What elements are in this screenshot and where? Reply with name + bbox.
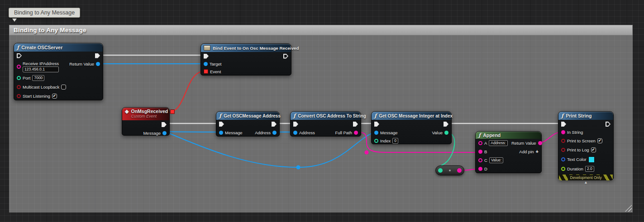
node-header[interactable]: ƒ Append (476, 132, 541, 139)
add-pin-icon[interactable]: + (536, 149, 539, 154)
wire-message-to-getaddr[interactable] (165, 132, 221, 132)
node-convert-osc-address[interactable]: ƒ Convert OSC Address To String Address … (290, 111, 361, 137)
node-title: Create OSCServer (21, 45, 62, 50)
start-listening-pin[interactable] (17, 94, 21, 98)
index-field[interactable]: 0 (392, 138, 398, 144)
node-header[interactable]: ƒ Get OSC Message Integer at Index (372, 112, 451, 120)
node-bind-event[interactable]: Bind Event to On Osc Message Received Ta… (200, 43, 291, 76)
node-header[interactable]: Bind Event to On Osc Message Received (201, 44, 291, 52)
exec-out-pin[interactable] (283, 54, 288, 59)
index-pin[interactable] (374, 139, 378, 143)
development-only-banner: Development Only (559, 175, 613, 180)
pin-label: Target (210, 61, 221, 66)
collapse-arrow-icon[interactable]: ▲ (584, 181, 588, 184)
pin-label: Port (23, 76, 30, 80)
pin-label: Multicast Loopback (23, 85, 59, 90)
message-out-pin[interactable] (162, 131, 167, 135)
exec-in-pin[interactable] (374, 122, 379, 127)
pin-label: Event (210, 69, 221, 74)
node-get-oscmessage-address[interactable]: ƒ Get OSCMessage Address Message Address (216, 111, 280, 137)
node-title: Print String (566, 113, 592, 118)
delegate-out-pin[interactable] (170, 109, 175, 114)
append-b-pin[interactable] (478, 150, 482, 154)
text-color-swatch[interactable] (588, 156, 595, 163)
receive-ipaddress-pin[interactable] (17, 65, 21, 69)
function-icon: ƒ (561, 113, 563, 118)
exec-in-pin[interactable] (17, 53, 22, 58)
node-onmsgreceived[interactable]: ◈ OnMsgReceived Custom Event Message (122, 107, 170, 136)
exec-in-pin[interactable] (293, 122, 298, 127)
pin-label: Start Listening (23, 94, 50, 99)
node-create-oscserver[interactable]: ƒ Create OSCServer Receive IPAddress 123… (14, 43, 103, 100)
node-print-string[interactable]: ƒ Print String In String Print to Screen… (558, 111, 614, 180)
node-append[interactable]: ƒ Append A Address: Return Value B Add p… (475, 131, 542, 173)
append-c-field[interactable]: Value: (489, 157, 503, 163)
target-pin[interactable] (204, 62, 208, 66)
message-in-pin[interactable] (374, 131, 378, 135)
node-header[interactable]: ƒ Create OSCServer (14, 43, 103, 52)
multicast-loopback-checkbox[interactable] (61, 85, 66, 90)
exec-out-pin[interactable] (95, 53, 100, 58)
exec-in-pin[interactable] (204, 54, 209, 59)
print-to-log-pin[interactable] (561, 148, 565, 152)
value-out-pin[interactable] (444, 131, 448, 135)
pin-label: Address (299, 130, 315, 135)
node-header[interactable]: ◈ OnMsgReceived Custom Event (122, 108, 169, 120)
exec-in-pin[interactable] (219, 122, 224, 127)
node-get-osc-integer[interactable]: ƒ Get OSC Message Integer at Index Messa… (371, 111, 452, 144)
ipaddress-field[interactable]: 123.456.0.1 (23, 66, 59, 72)
blueprint-graph[interactable]: Binding to Any Message ƒ Create OSCServe… (0, 0, 644, 222)
exec-out-pin[interactable] (606, 122, 611, 127)
exec-out-pin[interactable] (353, 122, 358, 127)
append-a-field[interactable]: Address: (489, 140, 508, 146)
check-icon: ✔ (598, 138, 602, 143)
exec-in-pin[interactable] (561, 122, 566, 127)
print-to-screen-checkbox[interactable]: ✔ (597, 138, 602, 143)
reroute-node-magenta[interactable] (365, 151, 369, 155)
tostring-in-pin[interactable] (438, 168, 443, 173)
pin-label: Receive IPAddress (23, 61, 59, 66)
port-pin[interactable] (17, 76, 21, 80)
exec-out-pin[interactable] (444, 122, 448, 127)
pin-label: C (484, 158, 487, 163)
return-value-pin[interactable] (538, 141, 542, 145)
multicast-loopback-pin[interactable] (17, 85, 21, 89)
pin-label: Add pin (519, 149, 534, 154)
banner-text: Development Only (568, 175, 604, 180)
exec-out-pin[interactable] (272, 122, 277, 127)
node-title: OnMsgReceived (131, 109, 168, 114)
event-delegate-pin[interactable] (204, 69, 208, 74)
print-to-log-checkbox[interactable]: ✔ (591, 147, 596, 152)
in-string-pin[interactable] (561, 130, 565, 134)
exec-out-pin[interactable] (162, 122, 167, 127)
pin-label: Message (380, 130, 398, 135)
append-c-pin[interactable] (478, 158, 482, 162)
duration-field[interactable]: 2.0 (585, 166, 594, 172)
comment-header[interactable]: Binding to Any Message (9, 25, 633, 35)
node-header[interactable]: ƒ Convert OSC Address To String (291, 112, 361, 120)
print-to-screen-pin[interactable] (561, 139, 565, 143)
text-color-pin[interactable] (561, 157, 565, 161)
check-icon: ✔ (52, 94, 56, 98)
append-a-pin[interactable] (478, 141, 482, 145)
node-title: Get OSCMessage Address (224, 113, 281, 118)
duration-pin[interactable] (561, 167, 565, 171)
tostring-icon (449, 170, 451, 171)
pin-label: Return Value (511, 141, 536, 146)
reroute-node-blue[interactable] (296, 165, 301, 170)
message-in-pin[interactable] (219, 131, 223, 135)
address-out-pin[interactable] (272, 131, 277, 135)
address-in-pin[interactable] (293, 131, 297, 135)
append-d-pin[interactable] (478, 167, 482, 171)
node-title: Bind Event to On Osc Message Received (213, 46, 299, 51)
full-path-out-pin[interactable] (354, 131, 358, 135)
start-listening-checkbox[interactable]: ✔ (52, 94, 57, 99)
return-value-pin[interactable] (96, 62, 100, 66)
node-header[interactable]: ƒ Print String (558, 112, 613, 120)
port-field[interactable]: 7000 (32, 75, 44, 81)
tostring-out-pin[interactable] (457, 168, 462, 173)
pin-label: In String (567, 130, 583, 135)
node-header[interactable]: ƒ Get OSCMessage Address (216, 112, 279, 120)
node-tostring-compact[interactable] (435, 165, 464, 175)
pin-label: A (484, 141, 487, 146)
